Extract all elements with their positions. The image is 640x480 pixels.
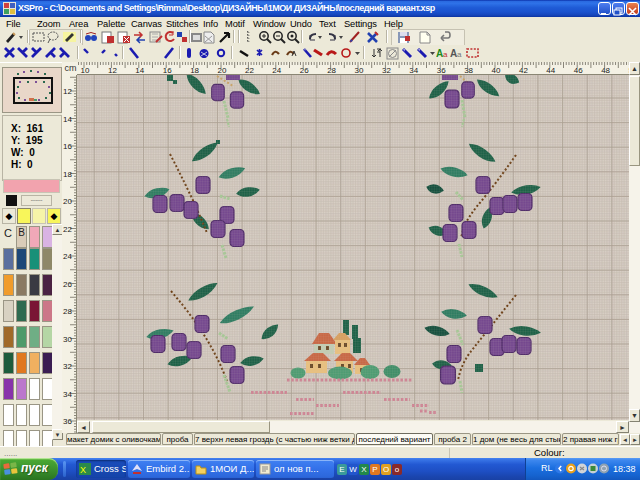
svg-text:36: 36 <box>437 66 446 75</box>
svg-text:26: 26 <box>300 66 309 75</box>
svg-text:28: 28 <box>327 66 336 75</box>
svg-text:12: 12 <box>63 87 72 96</box>
svg-text:14: 14 <box>135 66 144 75</box>
svg-text:36: 36 <box>63 417 72 426</box>
svg-text:20: 20 <box>63 197 72 206</box>
svg-text:40: 40 <box>492 66 501 75</box>
svg-text:18: 18 <box>63 170 72 179</box>
svg-text:20: 20 <box>218 66 227 75</box>
svg-text:28: 28 <box>63 307 72 316</box>
svg-text:34: 34 <box>63 390 72 399</box>
svg-text:22: 22 <box>245 66 254 75</box>
svg-text:22: 22 <box>63 225 72 234</box>
svg-text:42: 42 <box>519 66 528 75</box>
svg-text:a: a <box>443 50 448 59</box>
svg-text:48: 48 <box>601 66 610 75</box>
svg-text:30: 30 <box>63 335 72 344</box>
svg-text:34: 34 <box>409 66 418 75</box>
svg-text:18: 18 <box>190 66 199 75</box>
svg-text:14: 14 <box>63 115 72 124</box>
svg-text:10: 10 <box>81 66 90 75</box>
svg-text:a: a <box>457 50 462 59</box>
svg-text:12: 12 <box>108 66 117 75</box>
svg-text:16: 16 <box>163 66 172 75</box>
svg-text:38: 38 <box>464 66 473 75</box>
svg-text:X: X <box>80 465 86 475</box>
svg-text:32: 32 <box>382 66 391 75</box>
svg-text:24: 24 <box>272 66 281 75</box>
svg-text:46: 46 <box>574 66 583 75</box>
svg-text:26: 26 <box>63 280 72 289</box>
svg-text:30: 30 <box>355 66 364 75</box>
svg-text:24: 24 <box>63 252 72 261</box>
svg-text:16: 16 <box>63 142 72 151</box>
svg-text:44: 44 <box>546 66 555 75</box>
svg-text:32: 32 <box>63 362 72 371</box>
